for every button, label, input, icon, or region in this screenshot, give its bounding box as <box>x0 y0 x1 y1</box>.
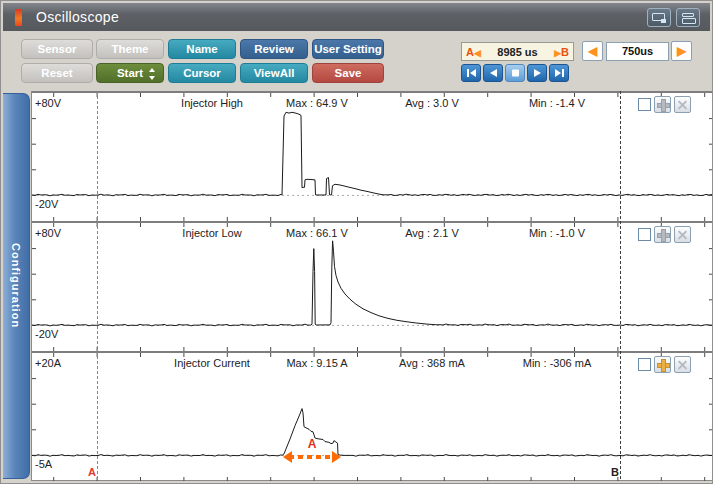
cursor-a-side[interactable]: A◀ <box>466 46 481 58</box>
start-button[interactable]: Start <box>96 63 164 83</box>
annotation-label: A <box>283 437 341 451</box>
right-arrow-icon: ▶ <box>554 48 561 58</box>
channel3-max: Max : 9.15 A <box>252 357 382 369</box>
user-setting-button[interactable]: User Setting <box>312 39 384 59</box>
save-button[interactable]: Save <box>312 63 384 83</box>
channel3-close-button[interactable] <box>674 356 691 373</box>
display-mode-button[interactable] <box>647 8 671 27</box>
timebase-value[interactable]: 750us <box>606 42 669 61</box>
step-back-button[interactable] <box>483 64 503 82</box>
channel2-avg: Avg : 2.1 V <box>372 227 492 239</box>
channel1-min: Min : -1.4 V <box>492 97 622 109</box>
oscilloscope-window: Oscilloscope Sensor Theme Name Review Us… <box>0 0 713 484</box>
timebase-decrease-button[interactable]: ◀ <box>582 41 603 61</box>
channel2-top-scale: +80V <box>35 227 61 239</box>
channel1-checkbox[interactable] <box>638 98 651 111</box>
channel3-checkbox[interactable] <box>638 358 651 371</box>
monitor-icon <box>652 13 665 21</box>
skip-start-icon <box>466 68 477 78</box>
channel1-avg: Avg : 3.0 V <box>372 97 492 109</box>
channel2-min: Min : -1.0 V <box>492 227 622 239</box>
channel2-checkbox[interactable] <box>638 228 651 241</box>
channel1-zoom-button[interactable] <box>654 96 671 113</box>
channel2-zoom-button[interactable] <box>654 226 671 243</box>
channel1-top-scale: +80V <box>35 97 61 109</box>
viewall-button[interactable]: ViewAll <box>240 63 308 83</box>
channel-injector-current: +20A -5A Injector Current Max : 9.15 A A… <box>32 351 713 481</box>
channel3-min: Min : -306 mA <box>492 357 622 369</box>
configuration-tab[interactable]: Configuration <box>3 93 30 479</box>
cursor-b-side[interactable]: ▶B <box>554 46 569 58</box>
channel2-max: Max : 66.1 V <box>252 227 382 239</box>
cursor-delta-value: 8985 us <box>497 46 537 58</box>
channel1-bottom-scale: -20V <box>35 198 58 210</box>
channel1-close-button[interactable] <box>674 96 691 113</box>
channel3-top-scale: +20A <box>35 357 61 369</box>
timebase-increase-button[interactable]: ▶ <box>671 41 692 61</box>
left-arrow-icon: ◀ <box>474 48 481 58</box>
step-forward-button[interactable] <box>527 64 547 82</box>
theme-button[interactable]: Theme <box>96 39 164 59</box>
window-title: Oscilloscope <box>36 9 119 25</box>
channel2-close-button[interactable] <box>674 226 691 243</box>
duration-measurement-annotation: A <box>283 439 341 465</box>
channel2-controls <box>638 226 691 243</box>
channel-injector-high: +80V -20V Injector High Max : 64.9 V Avg… <box>32 91 713 221</box>
app-icon <box>15 9 22 26</box>
restore-icon <box>682 13 694 17</box>
channel3-zoom-button[interactable] <box>654 356 671 373</box>
play-icon <box>532 68 543 78</box>
channel2-bottom-scale: -20V <box>35 328 58 340</box>
first-frame-button[interactable] <box>461 64 481 82</box>
channel3-bottom-scale: -5A <box>35 458 52 470</box>
play-back-icon <box>488 68 499 78</box>
last-frame-button[interactable] <box>549 64 569 82</box>
reset-button[interactable]: Reset <box>21 63 93 83</box>
double-arrow-icon <box>289 455 335 459</box>
waveform-injector-high <box>32 93 713 221</box>
channel3-controls <box>638 356 691 373</box>
configuration-tab-label: Configuration <box>10 243 22 328</box>
stop-icon <box>510 68 521 78</box>
channel1-max: Max : 64.9 V <box>252 97 382 109</box>
name-button[interactable]: Name <box>168 39 236 59</box>
cursor-button[interactable]: Cursor <box>168 63 236 83</box>
cursor-delta-readout: A◀ 8985 us ▶B <box>461 42 574 61</box>
waveform-injector-current <box>32 353 713 481</box>
channel3-avg: Avg : 368 mA <box>372 357 492 369</box>
stop-button[interactable] <box>505 64 525 82</box>
waveform-injector-low <box>32 223 713 351</box>
titlebar: Oscilloscope <box>3 3 710 31</box>
playback-controls <box>461 64 569 82</box>
restore-window-button[interactable] <box>676 8 700 27</box>
window-controls <box>647 8 700 27</box>
review-button[interactable]: Review <box>240 39 308 59</box>
start-button-label: Start <box>117 67 143 79</box>
plot-area: +80V -20V Injector High Max : 64.9 V Avg… <box>31 91 712 481</box>
channel-injector-low: +80V -20V Injector Low Max : 66.1 V Avg … <box>32 221 713 351</box>
start-stepper-icon[interactable] <box>149 68 156 80</box>
sensor-button[interactable]: Sensor <box>21 39 93 59</box>
channel1-controls <box>638 96 691 113</box>
skip-end-icon <box>554 68 565 78</box>
